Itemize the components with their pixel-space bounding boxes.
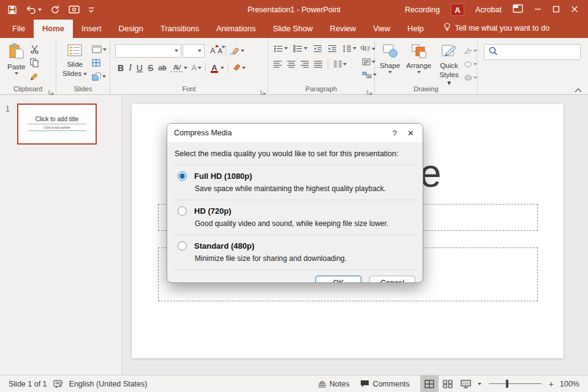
paste-dropdown-icon[interactable] bbox=[15, 72, 18, 75]
tab-animations[interactable]: Animations bbox=[208, 20, 264, 38]
shape-fill-button[interactable] bbox=[464, 45, 477, 56]
italic-button[interactable]: I bbox=[126, 63, 134, 73]
justify-button[interactable] bbox=[312, 61, 324, 68]
acrobat-a-icon[interactable]: A bbox=[451, 4, 464, 16]
tab-transitions[interactable]: Transitions bbox=[152, 20, 208, 38]
acrobat-label[interactable]: Acrobat bbox=[475, 6, 502, 14]
slide-thumbnail[interactable]: Click to add title Click to add subtitle bbox=[17, 104, 97, 145]
copy-button[interactable] bbox=[30, 57, 39, 69]
proofing-icon[interactable] bbox=[53, 380, 63, 388]
notes-button[interactable]: Notes bbox=[312, 375, 355, 392]
recording-label: Recording bbox=[405, 6, 440, 14]
radio-hd[interactable] bbox=[178, 206, 187, 216]
maximize-button[interactable] bbox=[552, 4, 560, 15]
tab-help[interactable]: Help bbox=[399, 20, 432, 38]
ribbon-display-options-icon[interactable] bbox=[513, 4, 523, 15]
tell-me-box[interactable]: Tell me what you want to do bbox=[443, 23, 549, 38]
cancel-button[interactable]: Cancel bbox=[369, 276, 415, 283]
radio-full-hd[interactable] bbox=[178, 172, 187, 181]
align-right-button[interactable] bbox=[299, 61, 311, 68]
tab-file[interactable]: File bbox=[4, 20, 34, 38]
redo-icon[interactable] bbox=[50, 5, 60, 15]
paragraph-group-label: Paragraph bbox=[268, 85, 374, 92]
drawing-group-label: Drawing bbox=[375, 85, 477, 92]
shape-outline-button[interactable] bbox=[464, 58, 477, 70]
tab-home[interactable]: Home bbox=[34, 20, 73, 38]
change-case-button[interactable]: A bbox=[189, 63, 203, 72]
highlight-color-button[interactable] bbox=[230, 64, 247, 72]
normal-view-button[interactable] bbox=[420, 375, 439, 392]
dialog-close-button[interactable]: ✕ bbox=[405, 129, 416, 138]
tab-slide-show[interactable]: Slide Show bbox=[264, 20, 321, 38]
customize-qat-icon[interactable] bbox=[88, 7, 94, 13]
bullets-button[interactable] bbox=[272, 45, 290, 53]
clipboard-dialog-launcher-icon[interactable] bbox=[48, 86, 54, 92]
option-full-hd-description: Save space while maintaining the highest… bbox=[195, 184, 417, 193]
character-spacing-button[interactable]: AV bbox=[169, 64, 190, 72]
zoom-in-button[interactable]: + bbox=[546, 379, 556, 389]
tab-insert[interactable]: Insert bbox=[73, 20, 110, 38]
new-slide-icon bbox=[67, 43, 83, 59]
option-full-hd[interactable]: Full HD (1080p) Save space while maintai… bbox=[174, 165, 417, 193]
lightbulb-icon bbox=[443, 23, 451, 33]
zoom-level[interactable]: 100% bbox=[556, 380, 588, 388]
increase-font-size-button[interactable]: A bbox=[209, 46, 217, 55]
decrease-indent-button[interactable] bbox=[311, 45, 324, 53]
font-name-combobox[interactable] bbox=[115, 44, 181, 58]
zoom-slider[interactable] bbox=[489, 383, 541, 384]
columns-button[interactable] bbox=[332, 61, 349, 68]
undo-dropdown-icon[interactable] bbox=[38, 9, 42, 11]
decrease-font-size-button[interactable]: A bbox=[217, 47, 224, 55]
format-painter-button[interactable] bbox=[30, 70, 39, 82]
slide-sorter-view-button[interactable] bbox=[439, 375, 457, 392]
reset-button[interactable] bbox=[92, 57, 107, 69]
underline-button[interactable]: U bbox=[134, 63, 145, 73]
layout-button[interactable] bbox=[92, 43, 107, 55]
ok-button[interactable]: OK bbox=[315, 276, 361, 283]
text-shadow-button[interactable]: ab bbox=[156, 64, 168, 72]
search-input[interactable] bbox=[484, 44, 581, 60]
line-spacing-button[interactable] bbox=[341, 45, 358, 53]
align-left-button[interactable] bbox=[272, 61, 284, 68]
numbering-button[interactable] bbox=[292, 45, 309, 53]
group-paragraph: Paragraph bbox=[268, 38, 375, 94]
section-button[interactable] bbox=[92, 70, 107, 82]
paste-clipboard-icon bbox=[9, 43, 24, 62]
minimize-button[interactable] bbox=[534, 4, 541, 15]
strikethrough-button[interactable]: S bbox=[145, 63, 156, 73]
shapes-icon bbox=[382, 43, 399, 61]
zoom-slider-thumb[interactable] bbox=[506, 380, 508, 388]
slide-indicator[interactable]: Slide 1 of 1 bbox=[9, 380, 47, 388]
new-slide-label-line1: Slide bbox=[67, 61, 83, 69]
option-hd-label: HD (720p) bbox=[194, 206, 232, 216]
powerpoint-window: Presentation1 - PowerPoint Recording A A… bbox=[0, 0, 588, 392]
quick-styles-label-line1: Quick bbox=[440, 62, 458, 70]
align-center-button[interactable] bbox=[285, 61, 297, 68]
cut-button[interactable] bbox=[30, 43, 39, 55]
view-options-dropdown-icon[interactable] bbox=[478, 383, 481, 385]
option-hd[interactable]: HD (720p) Good quality video and sound, … bbox=[174, 200, 417, 228]
tab-review[interactable]: Review bbox=[322, 20, 365, 38]
font-size-combobox[interactable] bbox=[183, 44, 205, 58]
increase-indent-button[interactable] bbox=[326, 45, 339, 53]
slide-show-view-button[interactable] bbox=[457, 375, 475, 392]
bold-button[interactable]: B bbox=[115, 63, 126, 73]
tab-design[interactable]: Design bbox=[110, 20, 152, 38]
collapse-ribbon-icon[interactable] bbox=[575, 85, 582, 91]
undo-button[interactable] bbox=[26, 6, 42, 14]
close-button[interactable] bbox=[571, 4, 578, 15]
clear-formatting-button[interactable] bbox=[228, 47, 246, 55]
font-color-button[interactable]: A bbox=[208, 63, 225, 72]
comments-button[interactable]: Comments bbox=[355, 375, 415, 392]
dialog-help-button[interactable]: ? bbox=[384, 129, 405, 138]
language-indicator[interactable]: English (United States) bbox=[69, 380, 148, 388]
paragraph-dialog-launcher-icon[interactable] bbox=[367, 86, 372, 92]
tab-view[interactable]: View bbox=[364, 20, 399, 38]
screen-recording-icon[interactable] bbox=[69, 6, 80, 15]
option-standard[interactable]: Standard (480p) Minimize file size for s… bbox=[174, 235, 417, 263]
font-dialog-launcher-icon[interactable] bbox=[260, 86, 266, 92]
save-icon[interactable] bbox=[7, 5, 17, 15]
radio-standard[interactable] bbox=[178, 241, 187, 251]
option-standard-label: Standard (480p) bbox=[194, 241, 254, 251]
shape-effects-button[interactable] bbox=[464, 72, 477, 83]
